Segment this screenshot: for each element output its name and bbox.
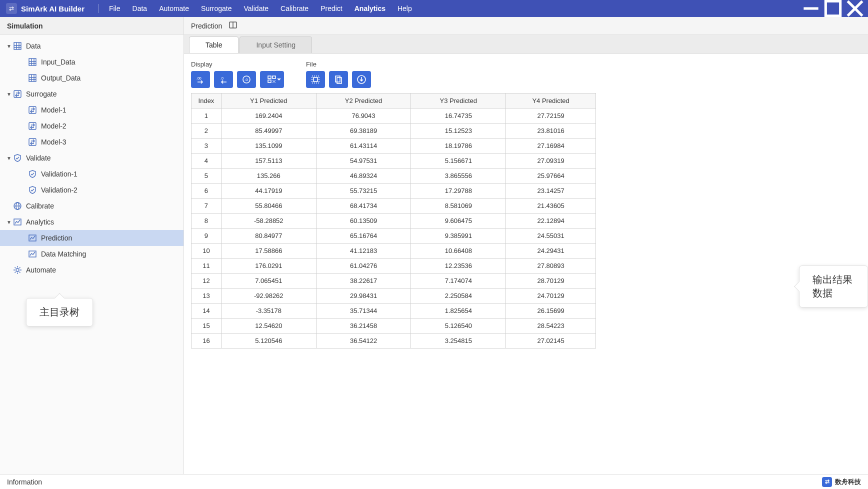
table-cell: 7: [192, 198, 222, 214]
callout-output-data: 输出结果数据: [799, 266, 868, 308]
decrease-decimal-button[interactable]: .0: [214, 71, 233, 88]
tree-item-model2[interactable]: Model-2: [0, 118, 184, 134]
table-row[interactable]: 5135.26646.893243.86555625.97664: [192, 168, 596, 184]
table-row[interactable]: 3135.109961.4311418.1978627.16984: [192, 138, 596, 154]
toolbar-group-label: File: [306, 60, 371, 68]
menu-item-validate[interactable]: Validate: [238, 2, 275, 14]
tree-item-automate[interactable]: Automate: [0, 262, 184, 278]
table-cell: 169.2404: [221, 108, 316, 124]
gear-icon: [13, 266, 22, 274]
svg-rect-41: [336, 76, 340, 82]
status-info[interactable]: Information: [7, 478, 42, 486]
tab-table[interactable]: Table: [189, 36, 238, 53]
table-cell: 7.174074: [411, 274, 506, 288]
menu-item-predict[interactable]: Predict: [314, 2, 348, 14]
minimize-button[interactable]: [800, 0, 822, 17]
table-row[interactable]: 13-92.9826229.984312.25058424.70129: [192, 288, 596, 304]
table-cell: 80.84977: [221, 228, 316, 244]
table-cell: 36.54122: [316, 334, 411, 348]
table-row[interactable]: 127.06545138.226177.17407428.70129: [192, 274, 596, 288]
table-cell: 3.865556: [411, 168, 506, 184]
menu-item-calibrate[interactable]: Calibrate: [274, 2, 314, 14]
menu-item-analytics[interactable]: Analytics: [348, 2, 392, 14]
expander-icon[interactable]: ▼: [5, 44, 13, 49]
table-cell: 28.54223: [506, 318, 596, 334]
scientific-notation-button[interactable]: .0: [237, 71, 256, 88]
table-row[interactable]: 285.4999769.3818915.1252323.81016: [192, 124, 596, 138]
table-cell: 35.71344: [316, 304, 411, 318]
copy-button[interactable]: [329, 71, 348, 88]
table-cell: 41.12183: [316, 244, 411, 258]
table-row[interactable]: 1017.5886641.1218310.6640824.29431: [192, 244, 596, 258]
tree-item-data[interactable]: ▼Data: [0, 38, 184, 54]
column-header[interactable]: Y1 Predicted: [221, 94, 316, 108]
increase-decimal-button[interactable]: .00: [191, 71, 210, 88]
tree-item-validate[interactable]: ▼Validate: [0, 150, 184, 166]
column-header[interactable]: Y2 Predicted: [316, 94, 411, 108]
svg-rect-39: [312, 76, 319, 83]
table-cell: 2: [192, 124, 222, 138]
table-row[interactable]: 14-3.3517835.713441.82565426.15699: [192, 304, 596, 318]
column-header[interactable]: Y3 Predicted: [411, 94, 506, 108]
shield-icon: [13, 154, 22, 162]
layout-options-button[interactable]: [260, 71, 284, 88]
tree-item-val1[interactable]: Validation-1: [0, 166, 184, 182]
table-row[interactable]: 1512.5462036.214585.12654028.54223: [192, 318, 596, 334]
tree-item-analytics[interactable]: ▼Analytics: [0, 214, 184, 230]
table-row[interactable]: 755.8046668.417348.58106921.43605: [192, 198, 596, 214]
chart-icon: [28, 234, 37, 242]
table-row[interactable]: 11176.029161.0427612.2353627.80893: [192, 258, 596, 274]
grid-icon: [28, 58, 37, 66]
table-row[interactable]: 980.8497765.167649.38599124.55031: [192, 228, 596, 244]
svg-rect-37: [272, 76, 276, 78]
column-header[interactable]: Y4 Predicted: [506, 94, 596, 108]
table-cell: 135.266: [221, 168, 316, 184]
tab-input[interactable]: Input Setting: [240, 36, 312, 53]
menu-item-help[interactable]: Help: [392, 2, 418, 14]
table-cell: 23.14257: [506, 184, 596, 198]
table-cell: 24.70129: [506, 288, 596, 304]
tree-item-output_data[interactable]: Output_Data: [0, 70, 184, 86]
tree-item-prediction[interactable]: Prediction: [0, 230, 184, 246]
table-cell: 16.74735: [411, 108, 506, 124]
panel-layout-icon[interactable]: [229, 21, 237, 30]
table-cell: 12.54620: [221, 318, 316, 334]
tree-item-label: Analytics: [26, 218, 54, 226]
menu-item-automate[interactable]: Automate: [153, 2, 195, 14]
table-row[interactable]: 8-58.2885260.135099.60647522.12894: [192, 214, 596, 228]
table-row[interactable]: 644.1791955.7321517.2978823.14257: [192, 184, 596, 198]
table-cell: 44.17919: [221, 184, 316, 198]
menu-item-surrogate[interactable]: Surrogate: [195, 2, 238, 14]
tree-item-label: Calibrate: [26, 202, 54, 210]
tree-item-datamatch[interactable]: Data Matching: [0, 246, 184, 262]
table-cell: 17.58866: [221, 244, 316, 258]
table-cell: 1.825654: [411, 304, 506, 318]
column-header[interactable]: Index: [192, 94, 222, 108]
globe-icon: [13, 202, 22, 210]
main-panel: Prediction TableInput Setting Display .0…: [184, 17, 868, 474]
app-title: SimArk AI Builder: [21, 4, 84, 13]
tree-item-calibrate[interactable]: Calibrate: [0, 198, 184, 214]
menu-item-file[interactable]: File: [103, 2, 126, 14]
table-cell: 17.29788: [411, 184, 506, 198]
download-button[interactable]: [352, 71, 371, 88]
tree-item-input_data[interactable]: Input_Data: [0, 54, 184, 70]
expander-icon[interactable]: ▼: [5, 92, 13, 97]
table-cell: 135.1099: [221, 138, 316, 154]
expander-icon[interactable]: ▼: [5, 220, 13, 225]
expander-icon[interactable]: ▼: [5, 156, 13, 161]
table-cell: 8.581069: [411, 198, 506, 214]
tree-item-model3[interactable]: Model-3: [0, 134, 184, 150]
tree-item-val2[interactable]: Validation-2: [0, 182, 184, 198]
table-cell: 26.15699: [506, 304, 596, 318]
select-all-button[interactable]: [306, 71, 325, 88]
table-row[interactable]: 1169.240476.904316.7473527.72159: [192, 108, 596, 124]
table-row[interactable]: 4157.511354.975315.15667127.09319: [192, 154, 596, 168]
maximize-button[interactable]: [822, 0, 844, 17]
table-cell: 3.254815: [411, 334, 506, 348]
close-button[interactable]: [844, 0, 866, 17]
table-row[interactable]: 165.12054636.541223.25481527.02145: [192, 334, 596, 348]
tree-item-model1[interactable]: Model-1: [0, 102, 184, 118]
menu-item-data[interactable]: Data: [126, 2, 154, 14]
tree-item-surrogate[interactable]: ▼Surrogate: [0, 86, 184, 102]
